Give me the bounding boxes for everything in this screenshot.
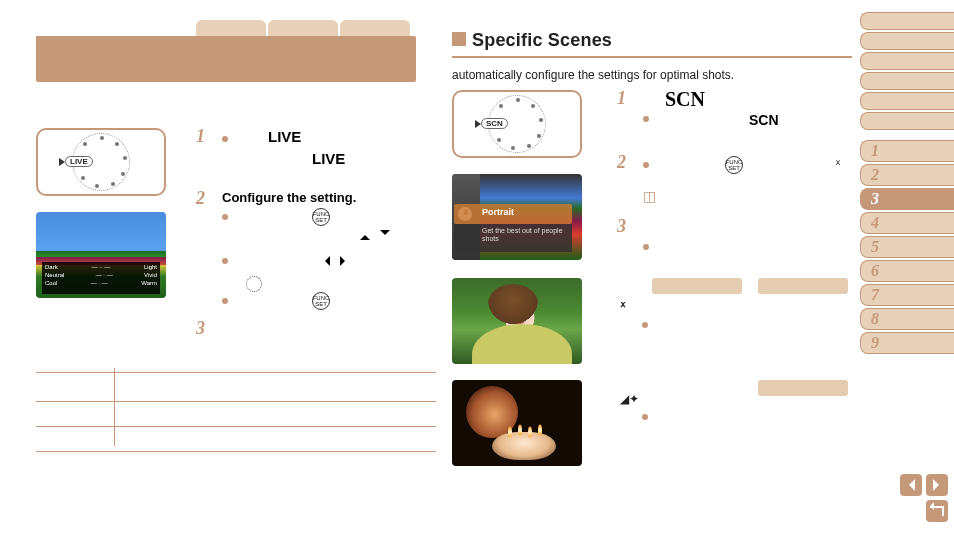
chapter-1[interactable]: 1 <box>860 140 954 162</box>
step-number: 2 <box>617 152 635 173</box>
chapter-2[interactable]: 2 <box>860 164 954 186</box>
side-tab[interactable] <box>860 52 954 70</box>
step-number: 3 <box>617 216 635 237</box>
chapter-7[interactable]: 7 <box>860 284 954 306</box>
mode-dial-panel: SCN <box>452 90 582 158</box>
subsection-bar <box>758 278 848 294</box>
prev-page-button[interactable] <box>900 474 922 496</box>
step-label: LIVE <box>268 128 301 145</box>
lowlight-mode-icon: ◢✦ <box>620 392 639 406</box>
chapter-9[interactable]: 9 <box>860 332 954 354</box>
portrait-mode-icon: ᕽ <box>835 158 841 172</box>
arrow-down-icon <box>380 230 390 240</box>
side-tab[interactable] <box>860 12 954 30</box>
step-label-indent: LIVE <box>312 150 345 167</box>
portrait-sample-thumb <box>452 278 582 364</box>
step-number: 1 <box>617 88 635 109</box>
subsection-bar <box>652 278 742 294</box>
heading-underline <box>452 56 852 58</box>
left-column: LIVE 1 LIVE LIVE 2 Configure the setting… <box>36 20 446 520</box>
mode-dial: LIVE <box>72 133 130 191</box>
mode-dial-panel: LIVE <box>36 128 166 196</box>
lcd-preview-thumb: Dark— ·· —Light Neutral— · —Vivid Cool— … <box>36 212 166 298</box>
lcd-overlay: Dark— ·· —Light Neutral— · —Vivid Cool— … <box>42 262 160 294</box>
section-heading: Specific Scenes <box>472 30 612 51</box>
bullet-icon <box>643 116 649 122</box>
right-column: Specific Scenes automatically configure … <box>452 20 862 520</box>
step-number: 1 <box>196 126 214 147</box>
bullet-icon <box>222 298 228 304</box>
lowlight-sample-thumb <box>452 380 582 466</box>
dial-mode-label: SCN <box>481 118 508 129</box>
arrow-up-icon <box>360 230 370 240</box>
step-number: 2 <box>196 188 214 209</box>
func-set-icon: FUNC SET <box>725 156 743 174</box>
chapter-3[interactable]: 3 <box>860 188 954 210</box>
control-dial-icon <box>246 276 262 292</box>
page-nav <box>900 474 948 522</box>
chapter-8[interactable]: 8 <box>860 308 954 330</box>
func-set-icon: FUNC SET <box>312 292 330 310</box>
subsection-bar <box>758 380 848 396</box>
mode-dial: SCN <box>488 95 546 153</box>
scene-menu-thumb: ᕽ Portrait Get the best out of people sh… <box>452 174 582 260</box>
next-page-button[interactable] <box>926 474 948 496</box>
chapter-sidebar: 1 2 3 4 5 6 7 8 9 <box>860 12 954 354</box>
bullet-icon <box>642 414 648 420</box>
menu-selected-desc: Get the best out of people shots <box>454 224 572 252</box>
bullet-icon <box>643 162 649 168</box>
scn-big-label: SCN <box>665 88 705 111</box>
side-tab[interactable] <box>860 112 954 130</box>
portrait-mode-icon: ᕽ <box>620 300 626 314</box>
steps-left: 1 LIVE LIVE 2 Configure the setting. FUN… <box>196 128 436 354</box>
chapter-5[interactable]: 5 <box>860 236 954 258</box>
reference-icon: ◫ <box>643 188 656 204</box>
chapter-4[interactable]: 4 <box>860 212 954 234</box>
side-tab[interactable] <box>860 92 954 110</box>
manual-spread: LIVE 1 LIVE LIVE 2 Configure the setting… <box>36 20 886 520</box>
side-tab[interactable] <box>860 72 954 90</box>
step-label: Configure the setting. <box>222 190 356 205</box>
bullet-icon <box>643 244 649 250</box>
bullet-icon <box>642 322 648 328</box>
scn-label: SCN <box>749 112 779 128</box>
settings-table <box>36 368 436 452</box>
menu-selected-label: Portrait <box>454 204 572 224</box>
dial-mode-label: LIVE <box>65 156 93 167</box>
bullet-icon <box>222 136 228 142</box>
side-tab[interactable] <box>860 32 954 50</box>
section-subline: automatically configure the settings for… <box>452 68 734 82</box>
func-set-icon: FUNC SET <box>312 208 330 226</box>
bullet-icon <box>222 214 228 220</box>
section-marker <box>452 32 466 46</box>
bullet-icon <box>222 258 228 264</box>
steps-right: 1 SCN SCN 2 FUNC SET ᕽ ◫ 3 <box>617 90 857 288</box>
step-number: 3 <box>196 318 214 339</box>
chapter-6[interactable]: 6 <box>860 260 954 282</box>
section-title-bar <box>36 36 416 82</box>
return-button[interactable] <box>926 500 948 522</box>
arrow-left-icon <box>320 256 330 266</box>
arrow-right-icon <box>340 256 350 266</box>
